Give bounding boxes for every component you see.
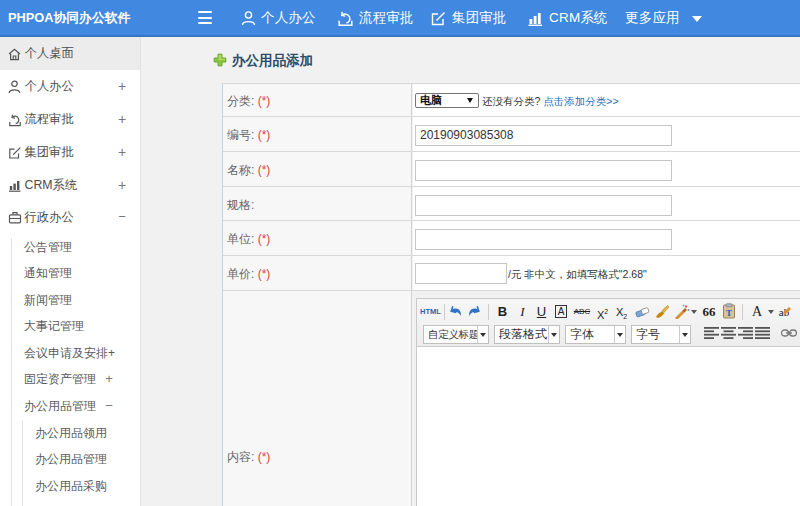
svg-text:T: T [726,308,732,318]
